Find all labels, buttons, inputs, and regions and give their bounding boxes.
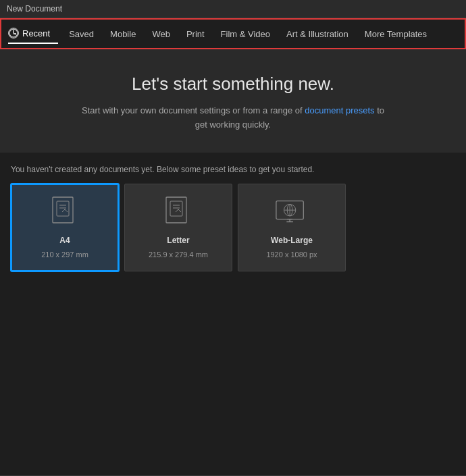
- tab-print[interactable]: Print: [178, 25, 213, 43]
- preset-card-letter[interactable]: Letter 215.9 x 279.4 mm: [124, 184, 232, 271]
- svg-rect-8: [170, 201, 182, 216]
- preset-cards: A4 210 x 297 mm Letter 215.9 x 279.4 mm: [11, 184, 455, 271]
- a4-icon: [48, 196, 82, 230]
- tab-recent[interactable]: Recent: [8, 24, 58, 44]
- preset-notice: You haven't created any documents yet. B…: [11, 165, 455, 174]
- letter-sub: 215.9 x 279.4 mm: [149, 250, 208, 259]
- tab-mobile[interactable]: Mobile: [102, 25, 144, 43]
- hero-body-text3: get working quickly.: [195, 120, 271, 130]
- preset-card-a4[interactable]: A4 210 x 297 mm: [11, 184, 119, 271]
- svg-rect-4: [57, 201, 69, 216]
- web-large-label: Web-Large: [271, 236, 313, 245]
- a4-sub: 210 x 297 mm: [41, 250, 88, 259]
- tab-bar: Recent Saved Mobile Web Print Film & Vid…: [0, 18, 466, 49]
- letter-icon: [161, 196, 195, 230]
- a4-label: A4: [59, 236, 70, 245]
- hero-body: Start with your own document settings or…: [14, 104, 452, 132]
- preset-card-web-large[interactable]: Web-Large 1920 x 1080 px: [238, 184, 346, 271]
- hero-heading: Let's start something new.: [14, 74, 452, 95]
- preset-section: You haven't created any documents yet. B…: [0, 153, 466, 475]
- document-presets-link[interactable]: document presets: [305, 105, 374, 115]
- svg-line-2: [14, 33, 16, 34]
- hero-body-text1: Start with your own document settings or…: [82, 105, 305, 115]
- hero-body-text2: to: [375, 105, 384, 115]
- title-bar-label: New Document: [7, 4, 62, 14]
- tab-saved[interactable]: Saved: [61, 25, 102, 43]
- title-bar: New Document: [0, 0, 466, 18]
- letter-label: Letter: [167, 236, 189, 245]
- tab-web[interactable]: Web: [144, 25, 178, 43]
- hero-section: Let's start something new. Start with yo…: [0, 49, 466, 153]
- web-large-icon: [275, 196, 309, 230]
- svg-point-0: [9, 29, 18, 37]
- tab-recent-label: Recent: [22, 28, 50, 38]
- main-content: Let's start something new. Start with yo…: [0, 49, 466, 475]
- tab-film-video[interactable]: Film & Video: [213, 25, 278, 43]
- clock-icon: [8, 28, 19, 38]
- web-large-sub: 1920 x 1080 px: [266, 250, 317, 259]
- tab-more-templates[interactable]: More Templates: [357, 25, 435, 43]
- tab-art-illustration[interactable]: Art & Illustration: [278, 25, 357, 43]
